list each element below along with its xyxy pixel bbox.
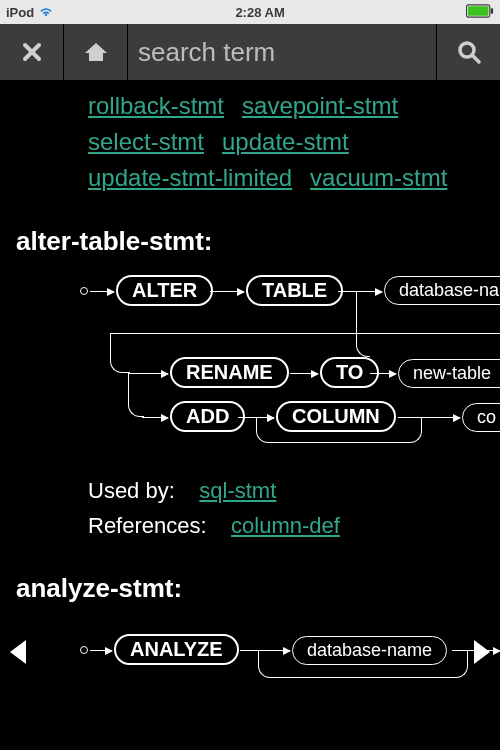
node-add: ADD xyxy=(170,401,245,432)
node-rename: RENAME xyxy=(170,357,289,388)
link-vacuum-stmt[interactable]: vacuum-stmt xyxy=(310,164,447,191)
search-wrap xyxy=(128,24,436,80)
link-column-def[interactable]: column-def xyxy=(231,513,340,538)
node-newtable: new-table xyxy=(398,359,500,388)
status-right xyxy=(466,4,494,21)
statement-link-list: rollback-stmtsavepoint-stmtselect-stmtup… xyxy=(0,88,500,196)
wifi-icon xyxy=(38,5,54,20)
status-left: iPod xyxy=(6,5,54,20)
section-title-analyze: analyze-stmt: xyxy=(0,543,500,618)
link-rollback-stmt[interactable]: rollback-stmt xyxy=(88,92,224,119)
meta-alter: Used by: sql-stmt References: column-def xyxy=(0,461,500,543)
syntax-diagram-alter: ALTER TABLE database-name RENAME TO new-… xyxy=(0,271,500,461)
content[interactable]: rollback-stmtsavepoint-stmtselect-stmtup… xyxy=(0,80,500,694)
used-by-label: Used by: xyxy=(88,478,175,503)
svg-rect-1 xyxy=(468,6,489,15)
status-bar: iPod 2:28 AM xyxy=(0,0,500,24)
link-update-stmt[interactable]: update-stmt xyxy=(222,128,349,155)
battery-icon xyxy=(466,4,494,21)
node-database: database-name xyxy=(384,276,500,305)
nav-bar xyxy=(0,24,500,80)
clock: 2:28 AM xyxy=(54,5,466,20)
node-co: co xyxy=(462,403,500,432)
node-analyze: ANALYZE xyxy=(114,634,239,665)
link-select-stmt[interactable]: select-stmt xyxy=(88,128,204,155)
search-input[interactable] xyxy=(138,37,426,68)
close-button[interactable] xyxy=(0,24,64,80)
carrier-label: iPod xyxy=(6,5,34,20)
node-table: TABLE xyxy=(246,275,343,306)
references-label: References: xyxy=(88,513,207,538)
svg-rect-2 xyxy=(491,8,493,14)
home-button[interactable] xyxy=(64,24,128,80)
section-title-alter: alter-table-stmt: xyxy=(0,196,500,271)
link-update-stmt-limited[interactable]: update-stmt-limited xyxy=(88,164,292,191)
search-button[interactable] xyxy=(436,24,500,80)
syntax-diagram-analyze: ANALYZE database-name xyxy=(0,624,500,694)
node-alter: ALTER xyxy=(116,275,213,306)
link-sql-stmt[interactable]: sql-stmt xyxy=(199,478,276,503)
link-savepoint-stmt[interactable]: savepoint-stmt xyxy=(242,92,398,119)
